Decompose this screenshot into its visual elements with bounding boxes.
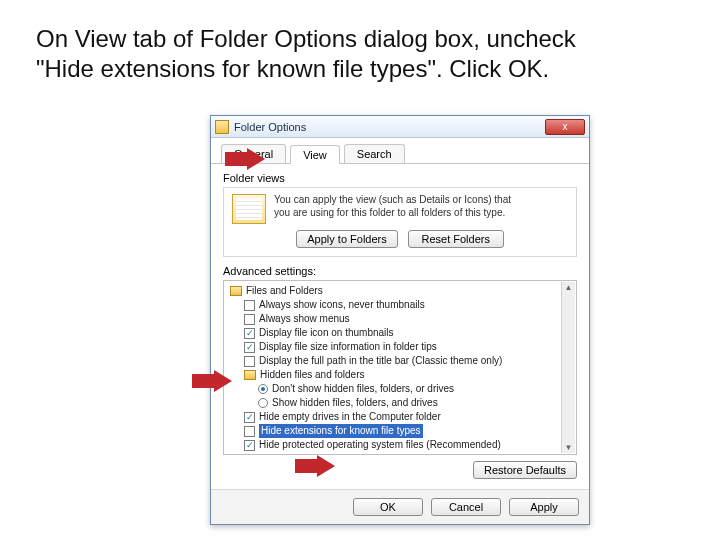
tree-item[interactable]: Always show menus <box>242 312 572 326</box>
tree-item-label: Display file icon on thumbnails <box>259 326 394 340</box>
tree-item-label: Always show menus <box>259 312 350 326</box>
tabstrip: General View Search <box>211 138 589 164</box>
tree-item-label: Display the full path in the title bar (… <box>259 354 502 368</box>
tree-item-label: Hide empty drives in the Computer folder <box>259 410 441 424</box>
checkbox-icon[interactable] <box>244 440 255 451</box>
ok-button[interactable]: OK <box>353 498 423 516</box>
svg-marker-1 <box>192 370 232 392</box>
tree-item[interactable]: Display file size information in folder … <box>242 340 572 354</box>
tree-item-label: Hide protected operating system files (R… <box>259 438 501 452</box>
tree-item[interactable]: Always show icons, never thumbnails <box>242 298 572 312</box>
tree-radio[interactable]: Don't show hidden files, folders, or dri… <box>256 382 572 396</box>
tree-root: Files and Folders <box>228 284 572 298</box>
checkbox-icon[interactable] <box>244 412 255 423</box>
tree-radio-label: Don't show hidden files, folders, or dri… <box>272 382 454 396</box>
tab-search[interactable]: Search <box>344 144 405 163</box>
callout-arrow-ok <box>295 455 335 477</box>
tree-item-label: Display file size information in folder … <box>259 340 437 354</box>
tree-group-label: Hidden files and folders <box>260 368 365 382</box>
apply-to-folders-button[interactable]: Apply to Folders <box>296 230 397 248</box>
close-button[interactable]: x <box>545 119 585 135</box>
folder-icon <box>230 286 242 296</box>
tree-root-label: Files and Folders <box>246 284 323 298</box>
svg-marker-2 <box>295 455 335 477</box>
reset-folders-button[interactable]: Reset Folders <box>408 230 504 248</box>
tree-item[interactable]: Hide protected operating system files (R… <box>242 438 572 452</box>
dialog-buttons: OK Cancel Apply <box>211 489 589 524</box>
checkbox-icon[interactable] <box>244 342 255 353</box>
checkbox-icon[interactable] <box>244 314 255 325</box>
folder-views-group: You can apply the view (such as Details … <box>223 187 577 257</box>
svg-marker-0 <box>225 148 265 170</box>
callout-arrow-hide-extensions <box>192 370 232 392</box>
tree-item-label: Hide extensions for known file types <box>259 424 423 438</box>
tree-item-label: Always show icons, never thumbnails <box>259 298 425 312</box>
instruction-text: On View tab of Folder Options dialog box… <box>36 24 596 84</box>
checkbox-icon[interactable] <box>244 356 255 367</box>
radio-icon[interactable] <box>258 384 268 394</box>
tree-radio[interactable]: Show hidden files, folders, and drives <box>256 396 572 410</box>
folder-views-label: Folder views <box>223 172 577 184</box>
folder-views-icon <box>232 194 266 224</box>
tree-item[interactable]: Display file icon on thumbnails <box>242 326 572 340</box>
folder-views-desc-line2: you are using for this folder to all fol… <box>274 207 568 220</box>
advanced-settings-tree[interactable]: Files and Folders Always show icons, nev… <box>223 280 577 455</box>
titlebar: Folder Options x <box>211 116 589 138</box>
tab-view[interactable]: View <box>290 145 340 164</box>
tree-item-hide-extensions[interactable]: Hide extensions for known file types <box>242 424 572 438</box>
apply-button[interactable]: Apply <box>509 498 579 516</box>
tree-group-hidden: Hidden files and folders <box>242 368 572 382</box>
checkbox-icon[interactable] <box>244 426 255 437</box>
folder-options-icon <box>215 120 229 134</box>
folder-views-desc: You can apply the view (such as Details … <box>274 194 568 219</box>
tree-item[interactable]: Hide empty drives in the Computer folder <box>242 410 572 424</box>
tree-item[interactable]: Display the full path in the title bar (… <box>242 354 572 368</box>
folder-views-desc-line1: You can apply the view (such as Details … <box>274 194 568 207</box>
folder-icon <box>244 370 256 380</box>
cancel-button[interactable]: Cancel <box>431 498 501 516</box>
callout-arrow-view-tab <box>225 148 265 170</box>
scrollbar[interactable] <box>561 282 575 453</box>
radio-icon[interactable] <box>258 398 268 408</box>
dialog-body: Folder views You can apply the view (suc… <box>211 164 589 489</box>
advanced-settings-label: Advanced settings: <box>223 265 577 277</box>
folder-options-dialog: Folder Options x General View Search Fol… <box>210 115 590 525</box>
tree-radio-label: Show hidden files, folders, and drives <box>272 396 438 410</box>
checkbox-icon[interactable] <box>244 328 255 339</box>
checkbox-icon[interactable] <box>244 300 255 311</box>
restore-defaults-button[interactable]: Restore Defaults <box>473 461 577 479</box>
dialog-title: Folder Options <box>234 121 545 133</box>
